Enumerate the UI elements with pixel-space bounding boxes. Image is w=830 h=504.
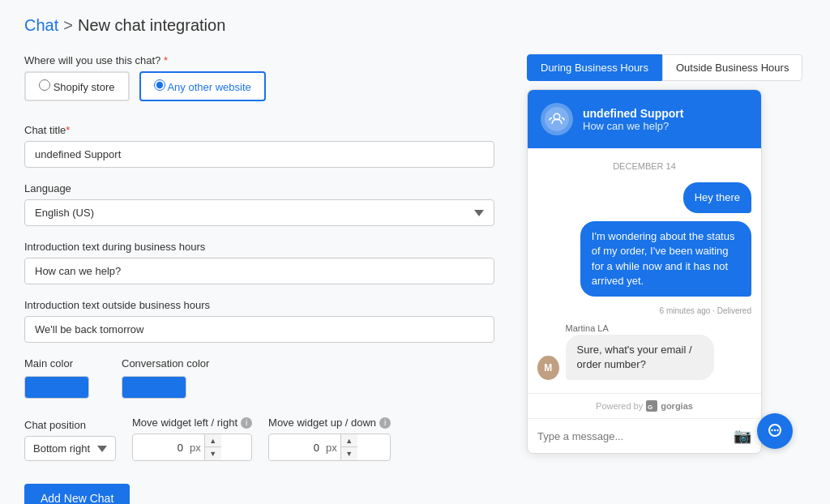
move-left-right-spinner[interactable]: px ▲ ▼ — [132, 434, 252, 461]
chat-title-label: Chat title* — [24, 124, 494, 136]
message-agent-row: M Martina LA Sure, what's your email / o… — [537, 323, 751, 380]
move-up-down-label: Move widget up / down i — [268, 416, 391, 429]
intro-outside-label: Introduction text outside business hours — [24, 299, 494, 311]
tab-during-business[interactable]: During Business Hours — [527, 54, 662, 81]
chat-preview: undefined Support How can we help? DECEM… — [527, 89, 762, 454]
conversation-color-swatch[interactable] — [122, 376, 186, 399]
powered-by-footer: Powered by G gorgias — [528, 393, 761, 418]
tab-outside-business[interactable]: Outside Business Hours — [662, 54, 802, 81]
svg-point-7 — [777, 429, 778, 431]
svg-point-5 — [771, 429, 772, 431]
gorgias-logo-icon: G — [646, 400, 657, 412]
svg-point-6 — [774, 429, 776, 431]
chat-body: DECEMBER 14 Hey there I'm wondering abou… — [528, 148, 761, 393]
chat-position-label: Chat position — [24, 419, 116, 431]
main-color-swatch[interactable] — [24, 376, 89, 399]
left-right-unit: px — [190, 436, 204, 459]
chat-link[interactable]: Chat — [24, 16, 58, 35]
chat-header: undefined Support How can we help? — [528, 90, 761, 148]
outgoing-bubble-1: Hey there — [683, 182, 751, 213]
left-right-spinner-controls[interactable]: ▲ ▼ — [204, 434, 221, 460]
agent-bubble: Sure, what's your email / order number? — [566, 335, 715, 380]
agent-name: Martina LA — [566, 323, 751, 333]
shopify-option[interactable]: Shopify store — [24, 71, 130, 101]
chat-header-avatar — [541, 103, 573, 135]
intro-business-label: Introduction text during business hours — [24, 241, 494, 253]
incoming-user-bubble: I'm wondering about the status of my ord… — [580, 221, 751, 297]
conversation-color-label: Conversation color — [122, 357, 209, 369]
chat-header-name: undefined Support — [583, 107, 683, 120]
svg-text:G: G — [648, 404, 652, 411]
chat-position-select[interactable]: Bottom right — [24, 436, 116, 461]
preview-tabs: During Business Hours Outside Business H… — [527, 54, 806, 81]
move-left-right-input[interactable] — [133, 436, 190, 459]
other-label: Any other website — [167, 81, 250, 93]
chat-date: DECEMBER 14 — [537, 161, 751, 171]
main-color-label: Main color — [24, 357, 89, 369]
agent-avatar: M — [537, 356, 559, 380]
other-website-option[interactable]: Any other website — [139, 71, 266, 101]
chat-header-sub: How can we help? — [583, 120, 683, 132]
left-right-up-btn[interactable]: ▲ — [205, 434, 221, 447]
chat-title-input[interactable] — [24, 141, 494, 168]
chat-message-input[interactable] — [537, 430, 727, 442]
move-left-right-info-icon: i — [241, 417, 252, 429]
move-left-right-label: Move widget left / right i — [132, 416, 252, 429]
up-down-up-btn[interactable]: ▲ — [341, 434, 357, 447]
chat-header-info: undefined Support How can we help? — [583, 107, 683, 132]
agent-message-group: Martina LA Sure, what's your email / ord… — [566, 323, 751, 380]
where-label: Where will you use this chat? * — [24, 54, 494, 66]
left-right-down-btn[interactable]: ▼ — [205, 447, 221, 460]
chat-input-area[interactable]: 📷 — [528, 418, 761, 453]
shopify-radio[interactable] — [39, 79, 50, 91]
move-up-down-info-icon: i — [379, 417, 391, 429]
message-hey-there: Hey there — [537, 182, 751, 213]
up-down-down-btn[interactable]: ▼ — [341, 447, 357, 460]
move-up-down-spinner[interactable]: px ▲ ▼ — [268, 434, 391, 461]
message-order-status: I'm wondering about the status of my ord… — [537, 221, 751, 297]
language-select[interactable]: English (US) — [24, 199, 494, 226]
intro-outside-input[interactable] — [24, 316, 494, 343]
camera-icon[interactable]: 📷 — [734, 427, 751, 445]
message-delivered-status: 6 minutes ago · Delivered — [537, 306, 751, 315]
other-radio[interactable] — [154, 79, 165, 91]
up-down-spinner-controls[interactable]: ▲ ▼ — [340, 434, 357, 460]
powered-by-text: Powered by — [596, 401, 643, 411]
shopify-label: Shopify store — [53, 81, 115, 93]
breadcrumb-separator: > — [63, 16, 73, 35]
chat-widget-fab[interactable] — [757, 413, 793, 449]
add-new-chat-button[interactable]: Add New Chat — [24, 484, 130, 504]
page-title: New chat integration — [78, 16, 225, 35]
move-up-down-input[interactable] — [269, 436, 326, 459]
gorgias-brand: gorgias — [661, 401, 693, 411]
language-label: Language — [24, 182, 494, 194]
up-down-unit: px — [326, 436, 340, 459]
intro-business-input[interactable] — [24, 258, 494, 284]
